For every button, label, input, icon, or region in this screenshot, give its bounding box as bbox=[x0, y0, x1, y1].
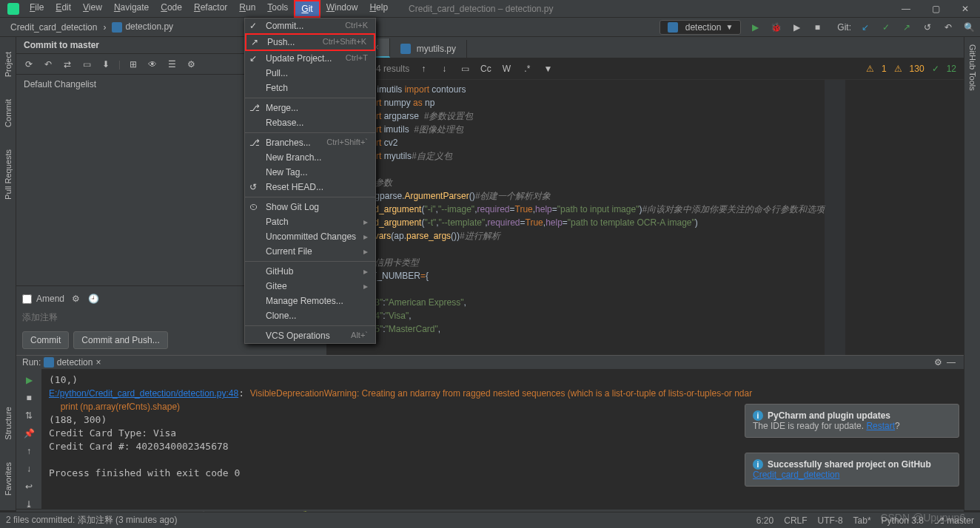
sidebar-commit[interactable]: Commit bbox=[4, 99, 13, 127]
chevron-down-icon: ▼ bbox=[725, 23, 733, 31]
restore-layout-icon[interactable]: ⇅ bbox=[22, 409, 36, 422]
git-menu-show-git-log[interactable]: ⏲Show Git Log bbox=[245, 200, 375, 214]
menu-edit[interactable]: Edit bbox=[50, 0, 77, 18]
gear-icon[interactable]: ⚙ bbox=[69, 292, 82, 305]
git-menu-update-project-[interactable]: ↙Update Project...Ctrl+T bbox=[245, 51, 375, 66]
words-icon[interactable]: W bbox=[500, 62, 513, 75]
soft-wrap-icon[interactable]: ↩ bbox=[22, 480, 36, 493]
stop-icon[interactable]: ■ bbox=[22, 391, 36, 405]
status-eol[interactable]: CRLF bbox=[784, 515, 807, 526]
rollback-icon[interactable]: ↶ bbox=[41, 58, 55, 71]
warning-icon[interactable]: ⚠ bbox=[866, 64, 874, 74]
shelve-icon[interactable]: ▭ bbox=[80, 58, 93, 71]
run-config-selector[interactable]: detection ▼ bbox=[660, 20, 742, 35]
git-menu-fetch[interactable]: Fetch bbox=[245, 81, 375, 95]
refresh-icon[interactable]: ⟳ bbox=[22, 58, 36, 71]
git-menu-patch[interactable]: Patch bbox=[245, 214, 375, 229]
restart-link[interactable]: Restart bbox=[866, 421, 895, 431]
minimap[interactable] bbox=[825, 80, 845, 355]
run-button[interactable]: ▶ bbox=[748, 21, 762, 34]
amend-checkbox[interactable] bbox=[22, 294, 32, 304]
git-menu-uncommitted-changes[interactable]: Uncommitted Changes bbox=[245, 229, 375, 244]
history-icon[interactable]: ↺ bbox=[921, 21, 934, 34]
menu-file[interactable]: File bbox=[24, 0, 50, 18]
breadcrumb-project[interactable]: Credit_card_detection bbox=[4, 21, 103, 34]
pin-icon[interactable]: 📌 bbox=[22, 427, 36, 440]
git-menu-gitee[interactable]: Gitee bbox=[245, 279, 375, 294]
menu-code[interactable]: Code bbox=[155, 0, 188, 18]
rerun-icon[interactable]: ▶ bbox=[22, 373, 36, 387]
status-position[interactable]: 6:20 bbox=[756, 515, 773, 526]
revert-icon[interactable]: ↶ bbox=[942, 21, 955, 34]
menu-view[interactable]: View bbox=[77, 0, 108, 18]
menu-navigate[interactable]: Navigate bbox=[108, 0, 155, 18]
settings-icon[interactable]: ⚙ bbox=[184, 58, 198, 71]
maximize-button[interactable]: ▢ bbox=[921, 0, 950, 18]
git-menu-rebase-[interactable]: Rebase... bbox=[245, 115, 375, 130]
breadcrumb-file[interactable]: detection.py bbox=[106, 20, 179, 34]
menu-run[interactable]: Run bbox=[233, 0, 261, 18]
menu-refactor[interactable]: Refactor bbox=[188, 0, 233, 18]
filter-icon[interactable]: ▼ bbox=[541, 62, 554, 75]
notification-github[interactable]: iSuccessfully shared project on GitHub C… bbox=[745, 453, 959, 487]
minimize-button[interactable]: — bbox=[891, 0, 921, 18]
menu-help[interactable]: Help bbox=[363, 0, 394, 18]
git-menu-new-branch-[interactable]: New Branch... bbox=[245, 150, 375, 165]
menu-window[interactable]: Window bbox=[320, 0, 364, 18]
menu-tools[interactable]: Tools bbox=[261, 0, 294, 18]
weak-warning-icon[interactable]: ⚠ bbox=[894, 64, 902, 74]
sidebar-project[interactable]: Project bbox=[4, 52, 13, 77]
match-case-icon[interactable]: Cc bbox=[479, 62, 492, 75]
down-icon[interactable]: ↓ bbox=[437, 62, 451, 75]
run-output[interactable]: (10,) E:/python/Credit_card_detection/de… bbox=[41, 369, 964, 528]
close-tab-icon[interactable]: × bbox=[95, 357, 101, 368]
git-menu-push-[interactable]: ↗Push...Ctrl+Shift+K bbox=[245, 33, 375, 51]
status-indent[interactable]: Tab* bbox=[853, 515, 871, 526]
group-icon[interactable]: ⬇ bbox=[99, 58, 113, 71]
ok-icon[interactable]: ✓ bbox=[932, 64, 939, 74]
commit-and-push-button[interactable]: Commit and Push... bbox=[73, 331, 167, 349]
repo-link[interactable]: Credit_card_detection bbox=[753, 470, 839, 480]
changelist-icon[interactable]: ☰ bbox=[165, 58, 178, 71]
diff-icon[interactable]: ⇄ bbox=[61, 58, 74, 71]
select-all-icon[interactable]: ▭ bbox=[458, 62, 471, 75]
git-menu-current-file[interactable]: Current File bbox=[245, 244, 375, 259]
close-button[interactable]: ✕ bbox=[950, 0, 980, 18]
sidebar-github-tools[interactable]: GitHub Tools bbox=[968, 44, 977, 91]
git-menu-merge-[interactable]: ⎇Merge... bbox=[245, 101, 375, 115]
git-menu-manage-remotes-[interactable]: Manage Remotes... bbox=[245, 294, 375, 308]
git-menu-vcs-operations[interactable]: VCS OperationsAlt+` bbox=[245, 328, 375, 343]
history-icon[interactable]: 🕘 bbox=[87, 292, 100, 305]
regex-icon[interactable]: .* bbox=[520, 62, 534, 75]
debug-button[interactable]: 🐞 bbox=[769, 21, 782, 34]
git-menu-branches-[interactable]: ⎇Branches...Ctrl+Shift+` bbox=[245, 135, 375, 150]
down-icon[interactable]: ↓ bbox=[22, 462, 36, 475]
sidebar-structure[interactable]: Structure bbox=[4, 407, 13, 440]
hide-icon[interactable]: — bbox=[944, 356, 958, 369]
tab-myutils[interactable]: myutils.py bbox=[390, 40, 467, 58]
expand-icon[interactable]: ⊞ bbox=[127, 58, 140, 71]
notification-updates[interactable]: iPyCharm and plugin updates The IDE is r… bbox=[745, 404, 959, 438]
settings-icon[interactable]: ⚙ bbox=[931, 356, 944, 369]
sidebar-pull-requests[interactable]: Pull Requests bbox=[4, 149, 13, 200]
status-encoding[interactable]: UTF-8 bbox=[818, 515, 843, 526]
git-menu-github[interactable]: GitHub bbox=[245, 264, 375, 279]
code-editor[interactable]: from imutils import contours import nump… bbox=[357, 80, 825, 355]
view-icon[interactable]: 👁 bbox=[146, 58, 159, 71]
push-icon[interactable]: ↗ bbox=[900, 21, 913, 34]
menu-git[interactable]: Git bbox=[294, 0, 320, 18]
commit-icon[interactable]: ✓ bbox=[879, 21, 893, 34]
git-menu-clone-[interactable]: Clone... bbox=[245, 308, 375, 323]
commit-button[interactable]: Commit bbox=[22, 331, 69, 349]
stop-button[interactable]: ■ bbox=[810, 21, 824, 34]
search-icon[interactable]: 🔍 bbox=[962, 21, 976, 34]
up-icon[interactable]: ↑ bbox=[22, 444, 36, 458]
git-menu-pull-[interactable]: Pull... bbox=[245, 66, 375, 81]
update-project-icon[interactable]: ↙ bbox=[859, 21, 872, 34]
git-menu-reset-head-[interactable]: ↺Reset HEAD... bbox=[245, 180, 375, 194]
sidebar-favorites[interactable]: Favorites bbox=[4, 462, 13, 495]
git-menu-commit-[interactable]: ✓Commit...Ctrl+K bbox=[245, 18, 375, 33]
run-coverage-button[interactable]: ▶ bbox=[790, 21, 803, 34]
up-icon[interactable]: ↑ bbox=[417, 62, 430, 75]
git-menu-new-tag-[interactable]: New Tag... bbox=[245, 165, 375, 180]
